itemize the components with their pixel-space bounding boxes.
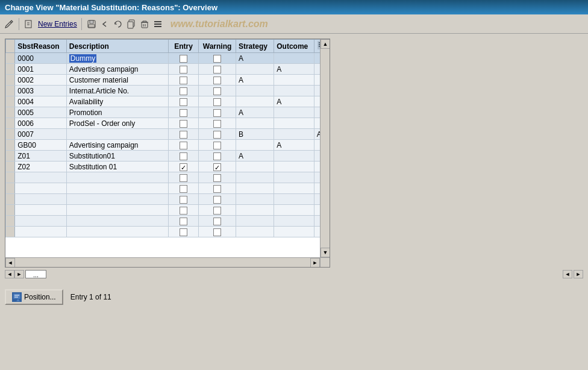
table-row[interactable]: 0000DummyA	[6, 53, 330, 64]
row-selector[interactable]	[6, 140, 15, 151]
strategy-cell[interactable]	[236, 161, 274, 172]
outcome-cell[interactable]	[274, 161, 314, 172]
entry-checkbox[interactable]	[180, 87, 187, 95]
warning-cell[interactable]	[199, 107, 236, 118]
sbstreason-cell[interactable]: 0002	[15, 75, 67, 86]
entry-cell[interactable]	[169, 118, 199, 129]
warning-cell[interactable]	[199, 194, 236, 205]
strategy-cell[interactable]	[236, 96, 274, 107]
outcome-cell[interactable]	[274, 53, 314, 64]
description-cell[interactable]	[66, 227, 168, 237]
strategy-cell[interactable]: B	[236, 129, 274, 140]
strategy-cell[interactable]	[236, 205, 274, 216]
warning-checkbox[interactable]	[213, 185, 221, 193]
table-row[interactable]	[6, 172, 330, 183]
entry-cell[interactable]	[169, 183, 199, 194]
description-cell[interactable]: Substitution 01	[66, 161, 168, 172]
outcome-cell[interactable]	[274, 183, 314, 194]
strategy-cell[interactable]	[236, 140, 274, 151]
entry-checkbox[interactable]	[180, 142, 187, 149]
row-selector[interactable]	[6, 183, 15, 194]
scroll-h-right-btn[interactable]: ►	[574, 270, 583, 278]
scroll-left-btn[interactable]: ◄	[5, 258, 15, 268]
warning-cell[interactable]	[199, 129, 236, 140]
outcome-cell[interactable]	[274, 107, 314, 118]
sbstreason-cell[interactable]	[15, 172, 67, 183]
table-row[interactable]: 0005PromotionA	[6, 107, 330, 118]
warning-checkbox[interactable]	[213, 66, 221, 74]
row-selector[interactable]	[6, 53, 15, 64]
warning-cell[interactable]	[199, 183, 236, 194]
sbstreason-cell[interactable]: 0000	[15, 53, 67, 64]
warning-checkbox[interactable]	[213, 218, 221, 225]
warning-cell[interactable]	[199, 216, 236, 227]
description-cell[interactable]	[66, 183, 168, 194]
table-row[interactable]	[6, 227, 330, 237]
scroll-up-btn[interactable]: ▲	[321, 39, 330, 49]
outcome-cell[interactable]: A	[274, 96, 314, 107]
warning-checkbox[interactable]	[213, 131, 221, 139]
entry-checkbox[interactable]	[180, 174, 187, 182]
row-selector[interactable]	[6, 86, 15, 96]
outcome-cell[interactable]	[274, 151, 314, 161]
copy-icon[interactable]	[126, 19, 137, 30]
entry-cell[interactable]: ✓	[169, 161, 199, 172]
outcome-cell[interactable]	[274, 172, 314, 183]
sbstreason-cell[interactable]: Z01	[15, 151, 67, 161]
new-entries-label[interactable]: New Entries	[38, 20, 77, 28]
row-selector[interactable]	[6, 96, 15, 107]
table-row[interactable]: 0004AvailabilityA	[6, 96, 330, 107]
outcome-cell[interactable]	[274, 129, 314, 140]
save-icon[interactable]	[86, 19, 97, 30]
warning-checkbox[interactable]	[213, 207, 221, 215]
table-row[interactable]	[6, 216, 330, 227]
outcome-cell[interactable]	[274, 86, 314, 96]
warning-cell[interactable]	[199, 205, 236, 216]
sbstreason-cell[interactable]	[15, 194, 67, 205]
row-selector[interactable]	[6, 161, 15, 172]
sbstreason-cell[interactable]: 0006	[15, 118, 67, 129]
entry-cell[interactable]	[169, 129, 199, 140]
outcome-col-header[interactable]: Outcome	[274, 40, 314, 53]
strategy-cell[interactable]	[236, 216, 274, 227]
position-button[interactable]: Position...	[5, 289, 63, 305]
row-selector[interactable]	[6, 216, 15, 227]
sbstreason-cell[interactable]	[15, 216, 67, 227]
delete-icon[interactable]	[139, 19, 150, 30]
warning-checkbox[interactable]	[213, 120, 221, 128]
description-cell[interactable]: Customer material	[66, 75, 168, 86]
table-row[interactable]: 0001Advertising campaignA	[6, 64, 330, 75]
strategy-cell[interactable]: A	[236, 75, 274, 86]
outcome-cell[interactable]	[274, 194, 314, 205]
scroll-track-v[interactable]	[321, 49, 330, 248]
sbstreason-col-header[interactable]: SbstReason	[15, 40, 67, 53]
entry-checkbox[interactable]	[180, 152, 187, 160]
entry-cell[interactable]	[169, 216, 199, 227]
row-selector[interactable]	[6, 227, 15, 237]
entry-cell[interactable]	[169, 205, 199, 216]
description-cell[interactable]	[66, 172, 168, 183]
warning-checkbox[interactable]: ✓	[213, 163, 221, 171]
entry-cell[interactable]	[169, 140, 199, 151]
row-selector[interactable]	[6, 129, 15, 140]
strategy-cell[interactable]	[236, 183, 274, 194]
row-selector[interactable]	[6, 151, 15, 161]
vertical-scrollbar[interactable]: ▲ ▼	[320, 39, 330, 257]
warning-col-header[interactable]: Warning	[199, 40, 236, 53]
entry-cell[interactable]	[169, 107, 199, 118]
description-cell[interactable]: Advertising campaign	[66, 140, 168, 151]
description-cell[interactable]: Dummy	[66, 53, 168, 64]
sbstreason-cell[interactable]: 0007	[15, 129, 67, 140]
warning-checkbox[interactable]	[213, 55, 221, 63]
sbstreason-cell[interactable]: 0001	[15, 64, 67, 75]
sbstreason-cell[interactable]: GB00	[15, 140, 67, 151]
entry-checkbox[interactable]	[180, 207, 187, 215]
warning-checkbox[interactable]	[213, 87, 221, 95]
outcome-cell[interactable]: A	[274, 140, 314, 151]
warning-cell[interactable]	[199, 96, 236, 107]
more-icon[interactable]	[152, 19, 163, 30]
entry-col-header[interactable]: Entry	[169, 40, 199, 53]
entry-cell[interactable]	[169, 194, 199, 205]
table-row[interactable]: 0002Customer materialA	[6, 75, 330, 86]
entry-cell[interactable]	[169, 227, 199, 237]
